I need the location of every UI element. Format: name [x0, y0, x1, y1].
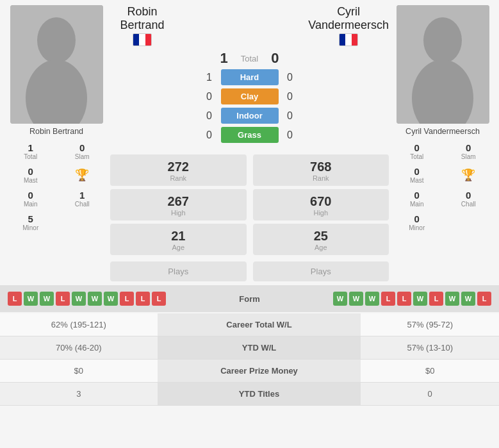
- form-badge-w: W: [88, 292, 102, 306]
- p1-main-stat: 0 Main: [5, 187, 56, 210]
- stat-p2-val: $0: [361, 360, 499, 383]
- p1-age-box: 21 Age: [110, 224, 247, 255]
- p1-minor-lbl: Minor: [22, 224, 38, 231]
- form-badge-l: L: [152, 292, 166, 306]
- p2-age-lbl: Age: [315, 244, 327, 251]
- p1-minor-val: 5: [28, 213, 33, 224]
- p2-rank-val: 768: [310, 160, 331, 174]
- svg-point-1: [37, 17, 76, 63]
- p1-rank-lbl: Rank: [170, 174, 186, 182]
- p2-main-val: 0: [414, 190, 420, 201]
- main-container: Robin Bertrand 1 Total 0 Slam 0 Mast 🏆: [0, 0, 499, 406]
- stats-row: 70% (46-20)YTD W/L57% (13-10): [0, 336, 499, 360]
- surface-hard: 1 Hard 0: [110, 69, 389, 85]
- form-badge-l: L: [136, 292, 150, 306]
- p2-mast-val: 0: [414, 166, 420, 177]
- p1-slam-lbl: Slam: [75, 153, 90, 160]
- p1-grass-score: 0: [204, 129, 215, 141]
- p2-trophy-icon: 🏆: [461, 168, 475, 182]
- p1-minor-stat: 5 Minor: [5, 211, 56, 234]
- p1-chall-val: 1: [79, 190, 85, 201]
- total-label: Total: [241, 54, 258, 63]
- p1-slam-stat: 0 Slam: [57, 140, 108, 163]
- p1-trophy-icon: 🏆: [75, 168, 89, 182]
- form-badge-w: W: [333, 292, 347, 306]
- p2-rank-box: 768 Rank: [253, 154, 389, 186]
- p1-plays-box: Plays: [110, 261, 247, 281]
- stat-label: YTD W/L: [158, 336, 361, 360]
- p1-main-val: 0: [28, 190, 33, 201]
- p2-flag: [339, 33, 358, 46]
- surface-grass: 0 Grass 0: [110, 127, 389, 143]
- p2-stats-grid: 0 Total 0 Slam 0 Mast 🏆 0 Main: [391, 140, 494, 234]
- p1-indoor-score: 0: [204, 110, 215, 122]
- p1-trophy-row: 🏆: [57, 163, 108, 187]
- stat-label: YTD Titles: [158, 383, 361, 406]
- p2-chall-lbl: Chall: [461, 201, 476, 208]
- p2-chall-val: 0: [466, 190, 471, 201]
- stat-label: Career Prize Money: [158, 360, 361, 383]
- p1-slam-val: 0: [79, 142, 85, 153]
- p1-avatar: [10, 5, 103, 124]
- indoor-button: Indoor: [221, 108, 279, 124]
- p1-total-stat: 1 Total: [5, 140, 56, 163]
- form-badge-l: L: [120, 292, 134, 306]
- p2-high-box: 670 High: [253, 189, 389, 220]
- svg-point-4: [423, 17, 462, 63]
- p2-minor-val: 0: [414, 213, 420, 224]
- total-row: 1 Total 0: [220, 50, 279, 67]
- p2-slam-val: 0: [466, 142, 471, 153]
- p1-high-lbl: High: [171, 209, 186, 217]
- p1-name-below: Robin Bertrand: [29, 127, 83, 136]
- form-badge-w: W: [104, 292, 118, 306]
- surface-clay: 0 Clay 0: [110, 88, 389, 104]
- form-badge-w: W: [413, 292, 427, 306]
- form-badge-w: W: [461, 292, 475, 306]
- form-badge-w: W: [24, 292, 38, 306]
- form-badge-l: L: [397, 292, 411, 306]
- p1-age-val: 21: [171, 229, 185, 244]
- stats-row: 3YTD Titles0: [0, 383, 499, 406]
- p2-age-val: 25: [314, 229, 328, 244]
- form-label: Form: [224, 294, 275, 304]
- p1-mast-lbl: Mast: [24, 177, 38, 184]
- p2-age-box: 25 Age: [253, 224, 389, 255]
- p2-total-lbl: Total: [410, 153, 423, 160]
- p1-rha: 272 Rank: [110, 154, 247, 186]
- p2-minor-lbl: Minor: [409, 224, 425, 231]
- p2-center-name: Cyril Vandermeersch: [308, 5, 389, 31]
- p1-chall-lbl: Chall: [75, 201, 90, 208]
- p2-plays-box: Plays: [253, 261, 389, 281]
- p1-main-lbl: Main: [24, 201, 38, 208]
- p2-clay-score: 0: [285, 91, 295, 103]
- p1-hard-score: 1: [204, 72, 215, 83]
- p2-form-badges: WWWLLWLWWL: [333, 292, 491, 306]
- p2-avatar: [397, 5, 489, 124]
- top-section: Robin Bertrand 1 Total 0 Slam 0 Mast 🏆: [0, 0, 499, 285]
- form-badge-l: L: [381, 292, 395, 306]
- p1-total-val: 1: [28, 142, 33, 153]
- stat-p1-val: 62% (195-121): [0, 313, 158, 336]
- p2-total-score: 0: [271, 50, 279, 67]
- p1-mast-stat: 0 Mast: [5, 163, 56, 187]
- p2-grass-score: 0: [285, 129, 295, 141]
- p2-high-val: 670: [310, 194, 331, 209]
- form-section: LWWLWWWLLL Form WWWLLWLWWL: [0, 285, 499, 312]
- stat-label: Career Total W/L: [158, 313, 361, 336]
- form-badge-w: W: [72, 292, 86, 306]
- p1-total-lbl: Total: [24, 153, 37, 160]
- p2-rank-lbl: Rank: [313, 174, 329, 182]
- p2-name-below: Cyril Vandermeersch: [405, 127, 480, 136]
- form-badge-w: W: [445, 292, 459, 306]
- p1-rank-val: 272: [168, 160, 189, 174]
- stat-p2-val: 57% (13-10): [361, 336, 499, 360]
- p2-trophy-row: 🏆: [443, 163, 495, 187]
- p1-mast-val: 0: [28, 166, 33, 177]
- stat-p2-val: 57% (95-72): [361, 313, 499, 336]
- p2-chall-stat: 0 Chall: [443, 187, 495, 210]
- p1-clay-score: 0: [204, 91, 215, 103]
- p2-mast-lbl: Mast: [410, 177, 424, 184]
- p2-slam-lbl: Slam: [461, 153, 476, 160]
- hard-button: Hard: [221, 69, 279, 85]
- p2-rha: 768 Rank: [253, 154, 389, 186]
